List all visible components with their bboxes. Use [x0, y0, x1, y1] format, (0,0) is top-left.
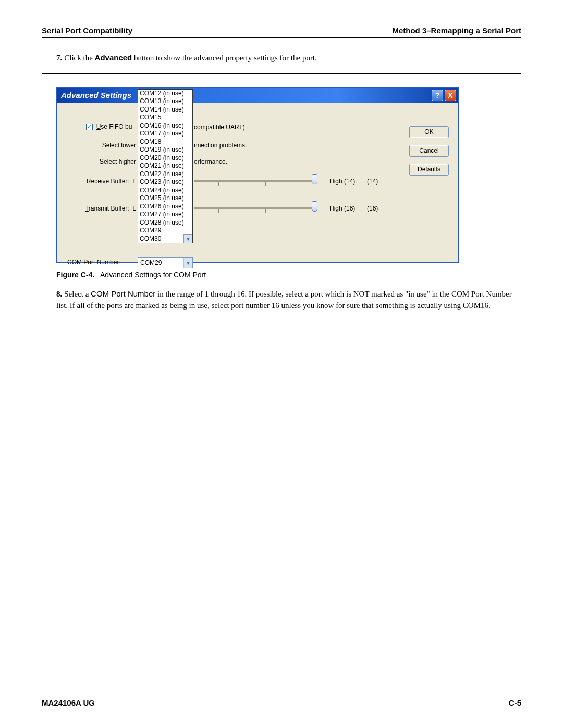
footer-right: C-5 [509, 698, 521, 707]
header-right: Method 3–Remapping a Serial Port [392, 26, 521, 35]
defaults-button[interactable]: Defaults [409, 164, 449, 176]
receive-high-label: High (14) [329, 178, 355, 185]
use-fifo-checkbox[interactable]: ✓ [86, 124, 93, 130]
transmit-buffer-label: Transmit Buffer: L [63, 205, 136, 212]
ok-button[interactable]: OK [409, 126, 449, 138]
help-button[interactable]: ? [432, 90, 443, 101]
list-item[interactable]: COM24 (in use) [138, 187, 192, 195]
receive-buffer-label: Receive Buffer: L [67, 178, 136, 185]
transmit-buffer-slider[interactable] [194, 207, 315, 209]
receive-slider-thumb[interactable] [312, 174, 317, 184]
page-footer: MA24106A UG C-5 [42, 695, 521, 707]
select-higher-label: Select higher [78, 158, 136, 165]
header-left: Serial Port Compatibility [42, 26, 132, 35]
list-item[interactable]: COM27 (in use) [138, 211, 192, 219]
connection-text-fragment: nnection problems. [194, 142, 247, 149]
performance-text-fragment: erformance. [194, 158, 227, 165]
select-lower-label: Select lower [78, 142, 136, 149]
dialog-titlebar: Advanced Settings ? X [57, 88, 458, 103]
list-item[interactable]: COM28 (in use) [138, 219, 192, 227]
list-item[interactable]: COM12 (in use) [138, 90, 192, 98]
figure-caption: Figure C-4. Advanced Settings for COM Po… [56, 266, 521, 279]
list-item[interactable]: COM13 (in use) [138, 97, 192, 106]
receive-buffer-slider[interactable] [194, 180, 315, 182]
step-7-text: 7.Click the Advanced button to show the … [42, 52, 521, 64]
list-item[interactable]: COM26 (in use) [138, 203, 192, 211]
chevron-down-icon[interactable]: ▼ [183, 234, 192, 243]
cancel-button[interactable]: Cancel [409, 145, 449, 157]
list-item[interactable]: COM19 (in use) [138, 146, 192, 154]
figure-c-4: Advanced Settings ? X OK Cancel Defaults… [56, 87, 521, 279]
dialog-title: Advanced Settings [61, 91, 131, 100]
use-fifo-label: ✓ Use FIFO bu [86, 123, 132, 130]
transmit-slider-thumb[interactable] [312, 201, 317, 212]
list-item[interactable]: COM21 (in use) [138, 162, 192, 170]
list-item[interactable]: COM23 (in use) [138, 178, 192, 187]
transmit-value: (16) [367, 205, 378, 212]
footer-left: MA24106A UG [42, 698, 95, 707]
transmit-high-label: High (16) [329, 205, 355, 212]
list-item[interactable]: COM14 (in use) [138, 106, 192, 114]
list-item[interactable]: COM18 [138, 138, 192, 146]
list-item[interactable]: COM17 (in use) [138, 130, 192, 138]
list-item[interactable]: COM25 (in use) [138, 194, 192, 203]
list-item[interactable]: COM20 (in use) [138, 154, 192, 163]
receive-value: (14) [367, 178, 378, 185]
advanced-settings-dialog: Advanced Settings ? X OK Cancel Defaults… [56, 87, 459, 263]
step-8-text: 8.Select a COM Port Number in the range … [42, 288, 521, 312]
page-header: Serial Port Compatibility Method 3–Remap… [42, 26, 521, 38]
list-item[interactable]: COM16 (in use) [138, 122, 192, 130]
com-port-dropdown-list[interactable]: COM12 (in use) COM13 (in use) COM14 (in … [138, 89, 193, 244]
chevron-down-icon[interactable]: ▼ [183, 258, 192, 268]
uart-text-fragment: compatible UART) [194, 124, 245, 131]
separator [42, 73, 521, 74]
close-button[interactable]: X [445, 90, 456, 101]
com-port-number-label: COM Port Number: [67, 258, 135, 266]
list-item[interactable]: COM15 [138, 114, 192, 122]
com-port-selected-value: COM29 [140, 259, 162, 266]
com-port-number-select[interactable]: COM29 ▼ [138, 257, 193, 268]
list-item[interactable]: COM22 (in use) [138, 170, 192, 179]
